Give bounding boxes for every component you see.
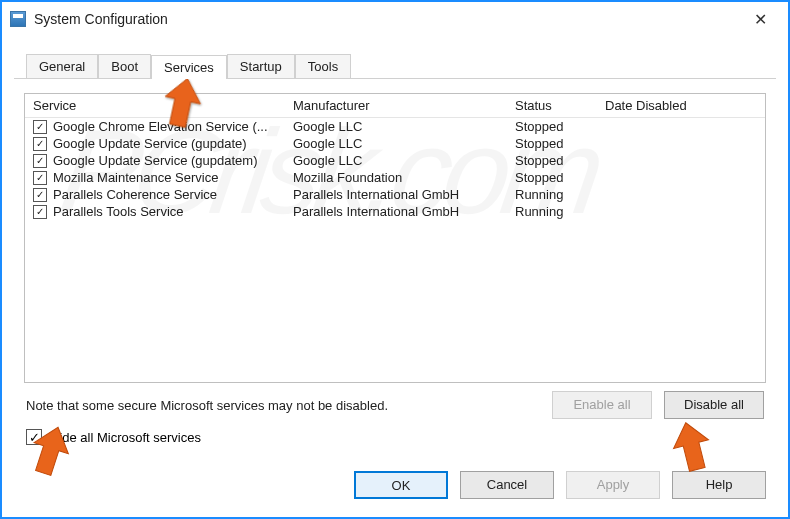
- tab-general[interactable]: General: [26, 54, 98, 78]
- service-status: Stopped: [515, 153, 605, 168]
- service-status: Running: [515, 204, 605, 219]
- service-row[interactable]: ✓Google Update Service (gupdatem)Google …: [25, 152, 765, 169]
- hide-ms-checkbox[interactable]: ✓: [26, 429, 42, 445]
- service-row[interactable]: ✓Google Update Service (gupdate)Google L…: [25, 135, 765, 152]
- service-manufacturer: Google LLC: [293, 136, 515, 151]
- app-icon: [10, 11, 26, 27]
- service-name: Google Update Service (gupdatem): [53, 153, 293, 168]
- col-service[interactable]: Service: [33, 98, 293, 113]
- service-checkbox[interactable]: ✓: [33, 120, 47, 134]
- window-title: System Configuration: [34, 11, 740, 27]
- tab-services[interactable]: Services: [151, 55, 227, 79]
- col-date-disabled[interactable]: Date Disabled: [605, 98, 757, 113]
- hide-ms-row: ✓ Hide all Microsoft services: [26, 429, 764, 445]
- service-name: Google Update Service (gupdate): [53, 136, 293, 151]
- enable-all-button[interactable]: Enable all: [552, 391, 652, 419]
- dialog-buttons: OK Cancel Apply Help: [342, 471, 766, 499]
- services-list[interactable]: Service Manufacturer Status Date Disable…: [24, 93, 766, 383]
- cancel-button[interactable]: Cancel: [460, 471, 554, 499]
- service-row[interactable]: ✓Mozilla Maintenance ServiceMozilla Foun…: [25, 169, 765, 186]
- checkmark-icon: ✓: [29, 430, 40, 445]
- service-row[interactable]: ✓Parallels Tools ServiceParallels Intern…: [25, 203, 765, 220]
- service-row[interactable]: ✓Parallels Coherence ServiceParallels In…: [25, 186, 765, 203]
- arrow-icon: [662, 418, 722, 478]
- tab-boot[interactable]: Boot: [98, 54, 151, 78]
- titlebar: System Configuration ✕: [2, 2, 788, 36]
- disable-all-button[interactable]: Disable all: [664, 391, 764, 419]
- service-checkbox[interactable]: ✓: [33, 205, 47, 219]
- close-button[interactable]: ✕: [740, 10, 780, 29]
- service-name: Parallels Tools Service: [53, 204, 293, 219]
- service-manufacturer: Google LLC: [293, 119, 515, 134]
- service-status: Stopped: [515, 136, 605, 151]
- note-row: Note that some secure Microsoft services…: [26, 391, 764, 419]
- service-status: Running: [515, 187, 605, 202]
- tab-strip: General Boot Services Startup Tools: [14, 36, 776, 79]
- service-checkbox[interactable]: ✓: [33, 171, 47, 185]
- service-checkbox[interactable]: ✓: [33, 137, 47, 151]
- service-checkbox[interactable]: ✓: [33, 188, 47, 202]
- service-name: Google Chrome Elevation Service (...: [53, 119, 293, 134]
- service-manufacturer: Mozilla Foundation: [293, 170, 515, 185]
- service-status: Stopped: [515, 170, 605, 185]
- service-manufacturer: Google LLC: [293, 153, 515, 168]
- service-name: Parallels Coherence Service: [53, 187, 293, 202]
- service-manufacturer: Parallels International GmbH: [293, 187, 515, 202]
- service-row[interactable]: ✓Google Chrome Elevation Service (...Goo…: [25, 118, 765, 135]
- service-status: Stopped: [515, 119, 605, 134]
- apply-button[interactable]: Apply: [566, 471, 660, 499]
- service-name: Mozilla Maintenance Service: [53, 170, 293, 185]
- list-header: Service Manufacturer Status Date Disable…: [25, 94, 765, 118]
- service-manufacturer: Parallels International GmbH: [293, 204, 515, 219]
- help-button[interactable]: Help: [672, 471, 766, 499]
- tab-tools[interactable]: Tools: [295, 54, 351, 78]
- col-manufacturer[interactable]: Manufacturer: [293, 98, 515, 113]
- ok-button[interactable]: OK: [354, 471, 448, 499]
- service-checkbox[interactable]: ✓: [33, 154, 47, 168]
- note-text: Note that some secure Microsoft services…: [26, 398, 540, 413]
- col-status[interactable]: Status: [515, 98, 605, 113]
- tab-startup[interactable]: Startup: [227, 54, 295, 78]
- hide-ms-label[interactable]: Hide all Microsoft services: [50, 430, 201, 445]
